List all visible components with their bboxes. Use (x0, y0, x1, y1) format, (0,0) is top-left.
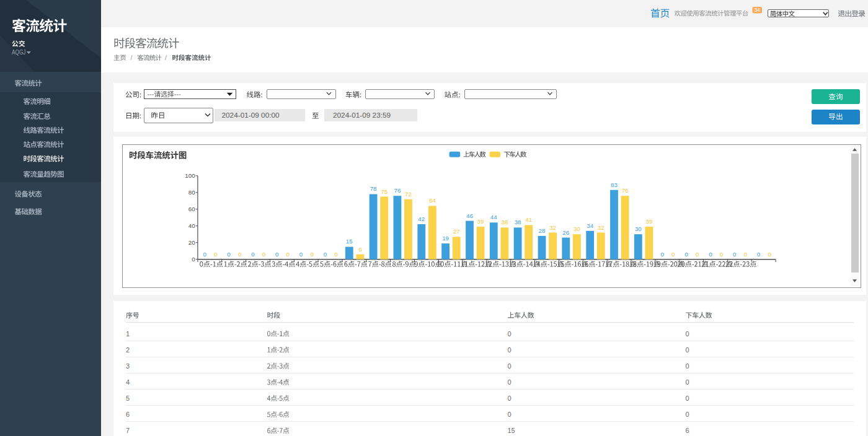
svg-text:7: 7 (126, 427, 130, 434)
svg-text:34: 34 (587, 222, 593, 229)
svg-text:0: 0 (686, 346, 689, 354)
svg-text:0: 0 (214, 251, 218, 258)
svg-text:0: 0 (671, 251, 675, 258)
svg-text:2024-01-09 00:00: 2024-01-09 00:00 (222, 111, 280, 120)
svg-text:0: 0 (686, 395, 689, 402)
svg-text:0: 0 (508, 346, 512, 354)
svg-text:0: 0 (508, 395, 512, 402)
svg-text:6: 6 (686, 427, 689, 434)
svg-text:40: 40 (188, 222, 195, 229)
svg-text:/: / (165, 54, 167, 61)
svg-text:42: 42 (418, 216, 425, 222)
svg-text:44: 44 (490, 214, 497, 220)
svg-text:64: 64 (429, 197, 436, 204)
svg-text:0: 0 (299, 251, 303, 258)
svg-text:0: 0 (251, 251, 255, 258)
svg-text:0: 0 (238, 251, 242, 258)
svg-text:46: 46 (466, 212, 473, 219)
svg-text:0: 0 (508, 411, 512, 418)
svg-text:0: 0 (508, 330, 512, 338)
svg-text:0: 0 (508, 378, 512, 386)
svg-text:78: 78 (370, 185, 377, 192)
svg-text:0: 0 (262, 251, 266, 258)
svg-text:0: 0 (192, 256, 195, 263)
svg-text:72: 72 (405, 191, 412, 198)
svg-text:5: 5 (126, 395, 130, 402)
svg-text:15: 15 (346, 238, 353, 245)
svg-text:0: 0 (324, 251, 327, 258)
svg-text:39: 39 (645, 218, 652, 225)
svg-text:27: 27 (453, 228, 460, 235)
svg-text:30: 30 (635, 225, 642, 232)
svg-text:30: 30 (574, 225, 580, 232)
svg-text:60: 60 (188, 206, 195, 212)
svg-text:0: 0 (275, 251, 279, 258)
svg-text:1: 1 (126, 330, 130, 338)
svg-text:38: 38 (501, 219, 508, 225)
svg-text:0: 0 (227, 251, 231, 258)
svg-text:32: 32 (549, 224, 556, 231)
svg-text:3: 3 (126, 362, 130, 370)
svg-text:0: 0 (334, 251, 338, 258)
svg-text:76: 76 (622, 187, 629, 194)
svg-text:0: 0 (757, 251, 761, 258)
svg-text:6: 6 (358, 246, 362, 253)
svg-text:/: / (131, 54, 133, 61)
svg-text:0: 0 (660, 251, 664, 258)
svg-text:0: 0 (686, 411, 689, 418)
svg-text:0: 0 (768, 251, 771, 258)
svg-text:0: 0 (709, 251, 712, 258)
svg-text:34: 34 (755, 7, 761, 13)
svg-text:39: 39 (477, 218, 484, 225)
svg-text:100: 100 (185, 172, 195, 179)
svg-text:19: 19 (442, 235, 449, 242)
svg-text:83: 83 (611, 181, 618, 188)
svg-text:0: 0 (686, 330, 689, 338)
svg-text:80: 80 (188, 189, 195, 196)
svg-text:0: 0 (286, 251, 290, 258)
svg-text:28: 28 (539, 227, 546, 234)
svg-text:20: 20 (188, 239, 195, 246)
svg-text:0: 0 (203, 251, 206, 258)
svg-text:0: 0 (686, 378, 689, 386)
svg-text:0: 0 (696, 251, 699, 258)
svg-text:0: 0 (310, 251, 314, 258)
svg-text:2024-01-09 23:59: 2024-01-09 23:59 (333, 111, 391, 120)
svg-text:0: 0 (684, 251, 688, 258)
svg-text:AQGJ: AQGJ (12, 49, 26, 56)
svg-text:75: 75 (381, 188, 388, 195)
svg-text:6: 6 (126, 411, 130, 418)
svg-text:0: 0 (733, 251, 737, 258)
svg-text:26: 26 (562, 229, 569, 236)
svg-text:0: 0 (720, 251, 724, 258)
svg-text:4: 4 (126, 378, 130, 386)
svg-text:76: 76 (394, 187, 401, 194)
svg-text:0: 0 (508, 362, 512, 370)
svg-text:15: 15 (508, 427, 515, 434)
svg-text:0: 0 (744, 251, 748, 258)
svg-text:38: 38 (515, 219, 521, 225)
svg-text:2: 2 (126, 346, 130, 354)
svg-text:41: 41 (525, 216, 532, 223)
svg-text:0: 0 (686, 362, 689, 370)
svg-text:32: 32 (598, 224, 604, 231)
